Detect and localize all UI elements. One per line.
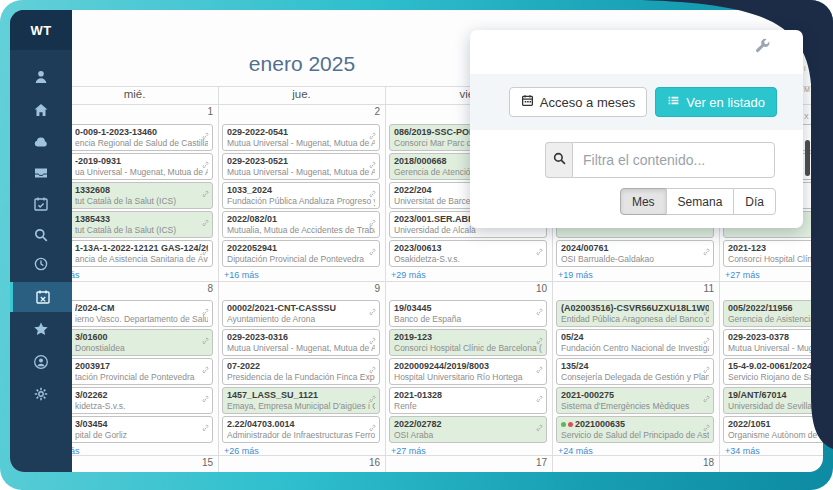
calendar-event[interactable]: 2022052941Diputación Provincial de Ponte… <box>222 240 380 267</box>
search-icon <box>552 151 567 170</box>
sidebar-item-calendar-check[interactable] <box>10 189 72 219</box>
calendar-event[interactable]: 2019-123Consorci Hospital Clínic de Barc… <box>389 329 547 356</box>
search-icon <box>552 151 567 166</box>
calendar-event[interactable]: 2021000635Servicio de Salud del Principa… <box>556 416 714 443</box>
event-code: 1385433 <box>75 214 208 225</box>
sidebar-item-calendar-event[interactable] <box>10 282 72 312</box>
scrollbar-thumb[interactable] <box>805 140 810 176</box>
calendar-event[interactable]: 2021-01328Renfe <box>389 387 547 414</box>
calendar-event[interactable]: 1332608tut Català de la Salut (ICS) <box>55 182 213 209</box>
calendar-event[interactable]: 3/01600Donostialdea <box>55 329 213 356</box>
event-organization: OSI Barrualde-Galdakao <box>561 254 709 264</box>
app-logo[interactable]: WT <box>10 10 72 50</box>
day-number[interactable]: 2 <box>218 106 385 121</box>
calendar-event[interactable]: 3/03454pital de Gorliz <box>55 416 213 443</box>
link-icon <box>368 337 377 346</box>
event-organization: Donostialdea <box>75 343 208 353</box>
more-events-link[interactable]: +29 más <box>391 270 426 280</box>
calendar-event[interactable]: 3/02262kidetza-S.v.s. <box>55 387 213 414</box>
filter-group <box>545 142 775 178</box>
event-code: 3/03454 <box>75 419 208 430</box>
calendar-event[interactable]: 00002/2021-CNT-CASSSUAyuntamiento de Aro… <box>222 300 380 327</box>
calendar-event[interactable]: 029-2022-0541Mutua Universal - Mugenat, … <box>222 124 380 151</box>
calendar-event[interactable]: 07-2022Presidencia de la Fundación Finca… <box>222 358 380 385</box>
day-number[interactable]: 10 <box>385 283 552 298</box>
day-number[interactable]: 8 <box>51 283 218 298</box>
link-icon <box>201 337 210 346</box>
sidebar-item-clock[interactable] <box>10 249 72 279</box>
calendar-event[interactable]: 135/24Consejería Delegada de Gestión y P… <box>556 358 714 385</box>
link-icon <box>368 395 377 404</box>
calendar-event[interactable]: 15-4-9.02-0061/2024Servicio Riojano de S… <box>723 358 823 385</box>
calendar-event[interactable]: 2021-000275Sistema d'Emergències Mèdique… <box>556 387 714 414</box>
day-number[interactable]: 15 <box>51 457 218 472</box>
calendar-event[interactable]: 2024/00761OSI Barrualde-Galdakao <box>556 240 714 267</box>
calendar-event[interactable]: 2003917tación Provincial de Pontevedra <box>55 358 213 385</box>
filter-input[interactable] <box>572 142 775 178</box>
sidebar-item-star[interactable] <box>10 314 72 344</box>
link-icon <box>368 219 377 228</box>
calendar-event[interactable]: 2022/082/01Mutualia, Mutua de Accidentes… <box>222 211 380 238</box>
calendar-event[interactable]: -2019-0931ua Universal - Mugenat, Mutua … <box>55 153 213 180</box>
calendar-event[interactable]: 19/ANT/67014Universidad de Sevilla <box>723 387 823 414</box>
calendar-event[interactable]: 0-009-1-2023-13460encia Regional de Salu… <box>55 124 213 151</box>
event-organization: Fundación Centro Nacional de Investigaci… <box>561 343 709 353</box>
calendar-event[interactable]: 05/24Fundación Centro Nacional de Invest… <box>556 329 714 356</box>
more-events-link[interactable]: +34 más <box>725 446 760 456</box>
day-number[interactable]: 18 <box>552 457 719 472</box>
event-organization: pital de Gorliz <box>75 430 208 440</box>
event-organization: Consorci Hospital Clínic de B <box>728 254 823 264</box>
calendar-event[interactable]: 1-13A-1-2022-12121 GAS-124/2021ancia de … <box>55 240 213 267</box>
event-code: 3/01600 <box>75 332 208 343</box>
calendar-event[interactable]: 19/03445Banco de España <box>389 300 547 327</box>
day-number[interactable]: 11 <box>552 283 719 298</box>
more-events-link[interactable]: +27 más <box>725 270 760 280</box>
calendar-event[interactable]: 1033_2024Fundación Pública Andaluza Prog… <box>222 182 380 209</box>
more-events-link[interactable]: +24 más <box>558 446 593 456</box>
view-as-list-button[interactable]: Ver en listado <box>655 87 777 117</box>
sidebar-item-user[interactable] <box>10 62 72 92</box>
event-code: 2.22/04703.0014 <box>227 419 375 430</box>
more-events-link[interactable]: +19 más <box>558 270 593 280</box>
calendar-event-icon <box>35 289 51 305</box>
calendar-event[interactable]: 1457_LASS_SU_1121Emaya, Empresa Municipa… <box>222 387 380 414</box>
event-code: 07-2022 <box>227 361 375 372</box>
sidebar-item-user-circle[interactable] <box>10 347 72 377</box>
sidebar-item-cloud[interactable] <box>10 127 72 157</box>
calendar-event[interactable]: 2022/1051Organisme Autònom de Sal <box>723 416 823 443</box>
calendar-event[interactable]: 029-2023-0316Mutua Universal - Mugenat, … <box>222 329 380 356</box>
view-toggle-día[interactable]: Día <box>733 188 776 215</box>
event-organization: OSI Araba <box>394 430 542 440</box>
view-toggle-semana[interactable]: Semana <box>666 188 735 215</box>
more-events-link[interactable]: +16 más <box>224 270 259 280</box>
calendar-event[interactable]: 029-2023-0521Mutua Universal - Mugenat, … <box>222 153 380 180</box>
calendar-event[interactable]: /2024-CMierno Vasco. Departamento de Sal… <box>55 300 213 327</box>
day-number[interactable]: 17 <box>385 457 552 472</box>
link-icon <box>702 248 711 257</box>
calendar-event[interactable]: 005/2022/11956Gerencia de Asistencia San… <box>723 300 823 327</box>
day-number[interactable]: 16 <box>218 457 385 472</box>
calendar-event[interactable]: 2023/00613Osakidetza-S.v.s. <box>389 240 547 267</box>
calendar-event[interactable]: 1385433tut Català de la Salut (ICS) <box>55 211 213 238</box>
view-toggle-mes[interactable]: Mes <box>620 188 667 215</box>
calendar-event[interactable]: (A02003516)-CSVR56UZXU18L1W00PFIEntidad … <box>556 300 714 327</box>
more-events-link[interactable]: +27 más <box>391 446 426 456</box>
link-icon <box>201 366 210 375</box>
event-organization: tut Català de la Salut (ICS) <box>75 196 208 206</box>
calendar-event[interactable]: 2.22/04703.0014Administrador de Infraest… <box>222 416 380 443</box>
link-icon <box>368 424 377 433</box>
sidebar-item-search[interactable] <box>10 220 72 250</box>
sidebar-item-gear[interactable] <box>10 379 72 409</box>
more-events-link[interactable]: +26 más <box>224 446 259 456</box>
day-number[interactable]: 9 <box>218 283 385 298</box>
sidebar-item-home[interactable] <box>10 95 72 125</box>
sidebar-item-inbox[interactable] <box>10 158 72 188</box>
calendar-event[interactable]: 2020009244/2019/8003Hospital Universitar… <box>389 358 547 385</box>
access-months-button[interactable]: Acceso a meses <box>509 87 647 117</box>
clipped-text-fragment: i <box>804 65 806 72</box>
calendar-event[interactable]: 2021-123Consorci Hospital Clínic de B <box>723 240 823 267</box>
calendar-event[interactable]: 029-2023-0378Mutua Universal - Mugenat <box>723 329 823 356</box>
wrench-icon[interactable] <box>754 38 771 55</box>
day-number[interactable]: 1 <box>51 106 218 121</box>
calendar-event[interactable]: 2022/02782OSI Araba <box>389 416 547 443</box>
